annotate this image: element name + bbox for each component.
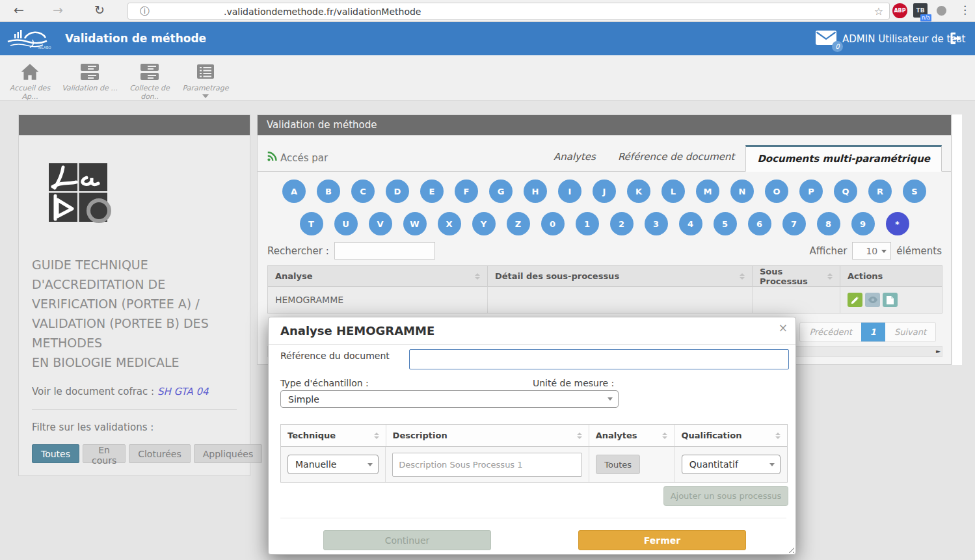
description-input[interactable] <box>392 453 582 477</box>
analytes-toutes-button[interactable]: Toutes <box>596 455 640 474</box>
page-length-select[interactable]: 10 <box>852 242 891 260</box>
resize-handle[interactable] <box>786 545 794 553</box>
alphabet-filter-button[interactable]: 6 <box>748 212 771 235</box>
logout-icon[interactable] <box>949 32 963 47</box>
cell-analytes: Toutes <box>589 447 674 482</box>
alphabet-filter-button[interactable]: 2 <box>610 212 634 235</box>
cell-qualification: Quantitatif <box>675 447 787 482</box>
sort-icon[interactable] <box>475 273 480 280</box>
alphabet-filter-button[interactable]: 4 <box>679 212 702 235</box>
alphabet-filter-button[interactable]: 3 <box>645 212 668 235</box>
nav-label: Validation de ... <box>60 84 120 92</box>
sample-type-select[interactable]: Simple <box>280 390 619 408</box>
alphabet-filter-button[interactable]: H <box>524 180 547 203</box>
alphabet-filter-button[interactable]: C <box>351 180 375 203</box>
tab[interactable]: Analytes <box>542 145 607 171</box>
alphabet-filter-button[interactable]: S <box>903 180 926 203</box>
nav-item-parametrage[interactable]: Parametrage <box>180 62 232 98</box>
alphabet-filter-button[interactable]: Z <box>507 212 530 235</box>
nav-item-collecte[interactable]: Collecte de don.. <box>121 62 178 101</box>
alphabet-filter-button[interactable]: L <box>661 180 685 203</box>
extension-icon[interactable]: TB n/a <box>913 3 928 18</box>
nav-item-validation[interactable]: Validation de ... <box>60 62 120 92</box>
user-name[interactable]: ADMIN Utilisateur de test <box>842 33 965 45</box>
alphabet-filter-button[interactable]: G <box>489 180 513 203</box>
sort-icon[interactable] <box>577 433 582 439</box>
alphabet-filter-button[interactable]: 1 <box>576 212 599 235</box>
alphabet-filter-button[interactable]: 5 <box>714 212 737 235</box>
pagination-page-1[interactable]: 1 <box>861 323 885 341</box>
alphabet-filter-button[interactable]: Y <box>472 212 496 235</box>
qualification-select[interactable]: Quantitatif <box>682 455 781 474</box>
technique-select[interactable]: Manuelle <box>287 455 379 474</box>
alphabet-filter-button[interactable]: K <box>627 180 650 203</box>
browser-forward-icon[interactable]: → <box>49 3 66 17</box>
alphabet-filter-button[interactable]: D <box>386 180 409 203</box>
browser-reload-icon[interactable]: ↻ <box>91 3 108 17</box>
alphabet-filter-button[interactable]: O <box>765 180 788 203</box>
alphabet-filter-button[interactable]: X <box>438 212 461 235</box>
address-bar[interactable]: ⓘ .validationdemethode.fr/validationMeth… <box>127 3 890 20</box>
alphabet-filter-button[interactable]: 8 <box>817 212 840 235</box>
alphabet-filter-button[interactable]: J <box>593 180 616 203</box>
view-button[interactable] <box>865 293 880 307</box>
nav-item-accueil[interactable]: Accueil des Ap... <box>4 62 56 101</box>
browser-menu-icon[interactable]: ⋮ <box>959 3 970 16</box>
adblock-extension-icon[interactable]: ABP <box>892 3 907 18</box>
sort-icon[interactable] <box>662 433 667 439</box>
alphabet-filter-button[interactable]: 7 <box>782 212 806 235</box>
validation-filter-button[interactable]: En cours <box>83 444 126 463</box>
pagination-previous[interactable]: Précédent <box>800 323 861 341</box>
sort-icon[interactable] <box>374 433 379 439</box>
messages-envelope-icon[interactable]: 0 <box>816 31 838 47</box>
validation-filter-button[interactable]: Toutes <box>32 444 79 463</box>
column-header-technique[interactable]: Technique <box>281 425 386 446</box>
alphabet-filter-button[interactable]: N <box>730 180 754 203</box>
alphabet-filter-button[interactable]: M <box>696 180 719 203</box>
sort-icon[interactable] <box>827 273 833 280</box>
tab[interactable]: Documents multi-paramétrique <box>745 145 942 172</box>
alphabet-filter-button[interactable]: B <box>317 180 340 203</box>
extension-dot-icon[interactable] <box>937 6 946 16</box>
validation-filter-button[interactable]: Appliquées <box>194 444 262 463</box>
column-header-analyse[interactable]: Analyse <box>268 266 488 286</box>
reference-document-input[interactable] <box>409 349 789 369</box>
column-header-sous-processus[interactable]: Sous Processus <box>753 266 840 286</box>
validation-filter-button[interactable]: Cloturées <box>129 444 191 463</box>
alphabet-filter-button[interactable]: U <box>334 212 358 235</box>
alphabet-filter-button[interactable]: * <box>886 212 909 235</box>
close-icon[interactable]: × <box>779 321 788 334</box>
continue-button[interactable]: Continuer <box>323 530 491 550</box>
alphabet-filter-button[interactable]: I <box>558 180 581 203</box>
fermer-button[interactable]: Fermer <box>578 530 746 550</box>
browser-back-icon[interactable]: ← <box>10 3 27 17</box>
column-header-analytes[interactable]: Analytes <box>589 425 675 446</box>
alphabet-filter-button[interactable]: P <box>799 180 823 203</box>
alphabet-filter-button[interactable]: R <box>868 180 892 203</box>
alphabet-filter-button[interactable]: W <box>403 212 427 235</box>
column-header-description[interactable]: Description <box>386 425 589 446</box>
scroll-right-arrow-icon[interactable]: ► <box>936 348 941 354</box>
column-header-detail[interactable]: Détail des sous-processus <box>488 266 753 286</box>
search-input[interactable] <box>334 242 435 260</box>
column-header-qualification[interactable]: Qualification <box>674 425 787 446</box>
tab[interactable]: Référence de document <box>607 145 746 171</box>
alphabet-filter-button[interactable]: 9 <box>851 212 875 235</box>
alphabet-filter-button[interactable]: E <box>420 180 444 203</box>
alphabet-filter-button[interactable]: A <box>282 180 306 203</box>
alphabet-filter-button[interactable]: T <box>300 212 323 235</box>
page-info-icon[interactable]: ⓘ <box>140 5 150 18</box>
cofrac-document-link[interactable]: SH GTA 04 <box>157 386 209 397</box>
add-sous-processus-button[interactable]: Ajouter un sous processus <box>663 486 788 506</box>
pagination-next[interactable]: Suivant <box>885 323 935 341</box>
document-button[interactable] <box>883 293 898 307</box>
edit-button[interactable] <box>848 293 862 307</box>
sort-icon[interactable] <box>740 273 745 280</box>
chevron-down-icon <box>367 463 373 466</box>
bookmark-star-icon[interactable]: ☆ <box>874 5 883 18</box>
sort-icon[interactable] <box>775 433 781 439</box>
alphabet-filter-button[interactable]: V <box>369 212 392 235</box>
alphabet-filter-button[interactable]: 0 <box>541 212 565 235</box>
alphabet-filter-button[interactable]: Q <box>834 180 857 203</box>
alphabet-filter-button[interactable]: F <box>455 180 478 203</box>
